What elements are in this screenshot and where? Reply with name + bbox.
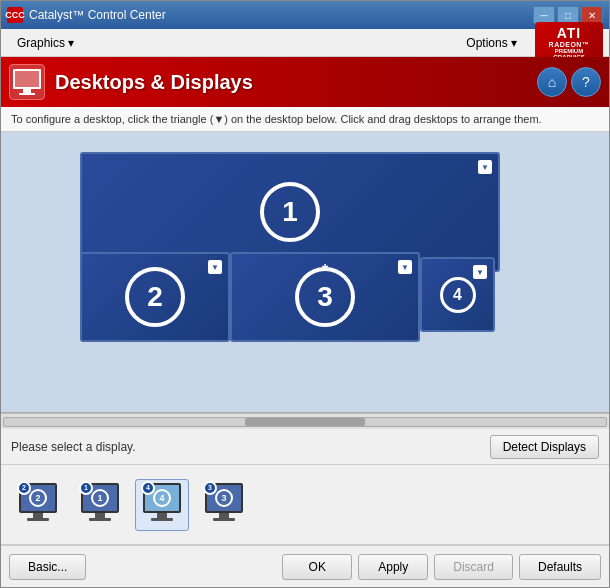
display-1-number: 1	[260, 182, 320, 242]
defaults-button[interactable]: Defaults	[519, 554, 601, 580]
display-3-dropdown[interactable]: ▼	[398, 260, 412, 274]
monitor-screen-1: 1 1	[81, 483, 119, 513]
desktop-area: ▼ 1 ▼ 2 ▼ * 3 ▼ 4	[30, 152, 580, 372]
monitor-stand-3	[219, 513, 229, 518]
display-2-dropdown[interactable]: ▼	[208, 260, 222, 274]
monitor-stand-2	[33, 513, 43, 518]
app-icon: CCC	[7, 7, 23, 23]
display-3-number: 3	[295, 267, 355, 327]
thumb-badge-3: 3	[203, 481, 217, 495]
thumb-badge-2: 2	[17, 481, 31, 495]
monitor-stand-4	[157, 513, 167, 518]
monitor-num-2: 2	[29, 489, 47, 507]
scroll-thumb[interactable]	[245, 418, 365, 426]
instruction-bar: To configure a desktop, click the triang…	[1, 107, 609, 132]
monitor-num-1: 1	[91, 489, 109, 507]
desktop-canvas[interactable]: ▼ 1 ▼ 2 ▼ * 3 ▼ 4	[1, 132, 609, 413]
monitor-base-2	[27, 518, 49, 521]
horizontal-scrollbar[interactable]	[1, 413, 609, 429]
monitor-screen-icon	[13, 69, 41, 89]
monitor-base-3	[213, 518, 235, 521]
thumb-badge-4: 4	[141, 481, 155, 495]
thumbnail-2[interactable]: 2 2	[11, 479, 65, 531]
header-buttons: ⌂ ?	[537, 67, 601, 97]
monitor-screen-2: 2 2	[19, 483, 57, 513]
thumbnails-row: 2 2 1 1	[1, 465, 609, 545]
monitor-num-3: 3	[215, 489, 233, 507]
scroll-track[interactable]	[3, 417, 607, 427]
display-block-3[interactable]: ▼ * 3	[230, 252, 420, 342]
monitor-stand-1	[95, 513, 105, 518]
bottom-bar: Basic... OK Apply Discard Defaults	[1, 545, 609, 587]
display-icon	[13, 69, 41, 95]
thumbnail-4[interactable]: 4 4	[135, 479, 189, 531]
ati-sub: RADEON™	[549, 41, 590, 48]
monitor-icon-4: 4 4	[139, 483, 185, 527]
thumb-badge-1: 1	[79, 481, 93, 495]
ok-button[interactable]: OK	[282, 554, 352, 580]
options-menu[interactable]: Options ▾	[456, 32, 527, 54]
display-2-number: 2	[125, 267, 185, 327]
status-row: Please select a display. Detect Displays	[1, 429, 609, 465]
monitor-base-4	[151, 518, 173, 521]
page-header: Desktops & Displays ⌂ ?	[1, 57, 609, 107]
monitor-icon-1: 1 1	[77, 483, 123, 527]
header-icon	[9, 64, 45, 100]
monitor-base-1	[89, 518, 111, 521]
thumbnail-3[interactable]: 3 3	[197, 479, 251, 531]
thumbnail-1[interactable]: 1 1	[73, 479, 127, 531]
window-title: Catalyst™ Control Center	[29, 8, 527, 22]
menu-bar: Graphics ▾ Options ▾ ATI RADEON™ PREMIUM…	[1, 29, 609, 57]
page-title: Desktops & Displays	[55, 71, 527, 94]
display-4-number: 4	[440, 277, 476, 313]
status-text: Please select a display.	[11, 440, 490, 454]
display-4-dropdown[interactable]: ▼	[473, 265, 487, 279]
monitor-num-4: 4	[153, 489, 171, 507]
main-content: ▼ 1 ▼ 2 ▼ * 3 ▼ 4	[1, 132, 609, 587]
monitor-screen-4: 4 4	[143, 483, 181, 513]
monitor-icon-3: 3 3	[201, 483, 247, 527]
monitor-base-icon	[19, 93, 35, 95]
monitor-icon-2: 2 2	[15, 483, 61, 527]
help-button[interactable]: ?	[571, 67, 601, 97]
main-window: CCC Catalyst™ Control Center ─ □ ✕ Graph…	[0, 0, 610, 588]
basic-button[interactable]: Basic...	[9, 554, 86, 580]
display-1-dropdown[interactable]: ▼	[478, 160, 492, 174]
apply-button[interactable]: Apply	[358, 554, 428, 580]
detect-displays-button[interactable]: Detect Displays	[490, 435, 599, 459]
discard-button[interactable]: Discard	[434, 554, 513, 580]
graphics-menu[interactable]: Graphics ▾	[7, 32, 84, 54]
home-button[interactable]: ⌂	[537, 67, 567, 97]
instruction-text: To configure a desktop, click the triang…	[11, 113, 542, 125]
display-block-4[interactable]: ▼ 4	[420, 257, 495, 332]
display-block-2[interactable]: ▼ 2	[80, 252, 230, 342]
ati-brand: ATI	[557, 25, 582, 41]
monitor-screen-3: 3 3	[205, 483, 243, 513]
